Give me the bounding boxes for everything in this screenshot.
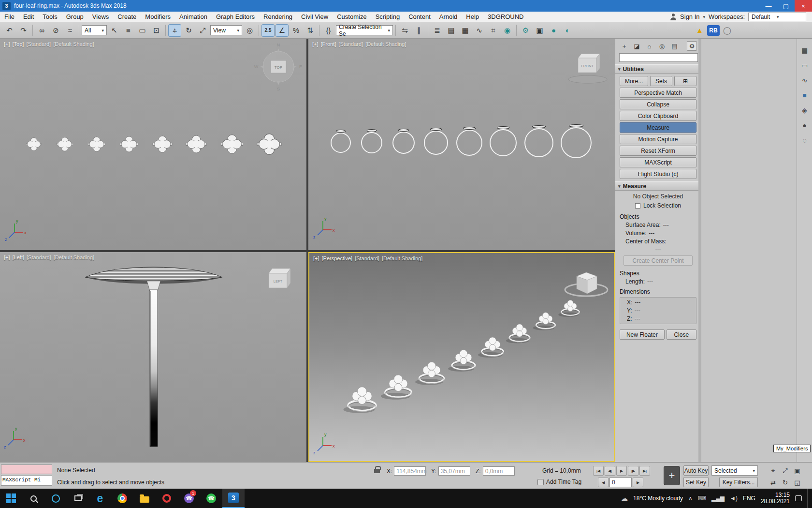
viewport-menu-standard[interactable]: [Standard] [26, 41, 51, 47]
snap-toggle-2.5d-icon[interactable]: 2.5 [261, 24, 275, 37]
utility-button-measure[interactable]: Measure [620, 122, 696, 133]
menu-modifiers[interactable]: Modifiers [141, 12, 175, 22]
menu-customize[interactable]: Customize [333, 12, 371, 22]
auto-key-button[interactable]: Auto Key [683, 465, 709, 476]
start-button[interactable] [0, 489, 22, 508]
whatsapp-button[interactable]: ☎ [200, 489, 222, 508]
menu-content[interactable]: Content [404, 12, 435, 22]
edge-button[interactable]: e [89, 489, 111, 508]
task-view-button[interactable] [67, 489, 89, 508]
menu-scripting[interactable]: Scripting [371, 12, 405, 22]
set-key-button[interactable]: Set Key [683, 477, 709, 487]
viewport-top[interactable]: [+] [Top] [Standard] [Default Shading] [0, 39, 306, 250]
viewport-menu-standard[interactable]: [Standard] [27, 254, 51, 260]
display-tab-icon[interactable]: ▤ [669, 41, 680, 51]
material-editor-icon[interactable]: ◉ [501, 24, 514, 37]
zoom-region-icon[interactable]: ▣ [792, 466, 803, 476]
rendered-frame-window-icon[interactable]: ▣ [533, 24, 546, 37]
select-and-move-icon[interactable]: ↔↕ [168, 24, 181, 37]
next-frame-icon[interactable]: |▶ [628, 466, 638, 476]
viewport-perspective-canvas[interactable]: y x z [309, 253, 614, 461]
viewport-front[interactable]: [+] [Front] [Standard] [Default Shading] [308, 39, 615, 250]
new-floater-button[interactable]: New Floater [620, 329, 665, 340]
utility-button-reset-xform[interactable]: Reset XForm [620, 146, 696, 156]
select-and-rotate-icon[interactable]: ↻ [182, 24, 195, 37]
maximize-viewport-toggle-icon[interactable]: ◱ [792, 478, 803, 487]
hierarchy-tab-icon[interactable]: ⌂ [644, 41, 654, 51]
rb-user-badge[interactable]: RB [707, 25, 720, 36]
viewport-menu-pov[interactable]: [Left] [13, 254, 24, 260]
viewport-menu-shading[interactable]: [Default Shading] [382, 255, 422, 261]
viewport-perspective[interactable]: [+] [Perspective] [Standard] [Default Sh… [308, 252, 615, 462]
x-coordinate-field[interactable]: 114,854mm [394, 466, 426, 476]
cortana-button[interactable] [44, 489, 67, 508]
menu-civil-view[interactable]: Civil View [297, 12, 333, 22]
viewcube-compass[interactable]: N E S W TOP [254, 43, 302, 91]
layout-grid-icon[interactable]: ▦ [800, 45, 810, 55]
selection-lock-toggle-icon[interactable] [374, 469, 380, 473]
angle-snap-toggle-icon[interactable]: ∠ [276, 24, 289, 37]
close-button[interactable]: × [795, 0, 812, 12]
menu-file[interactable]: File [0, 12, 19, 22]
key-forward-icon[interactable]: ▶ [633, 478, 643, 487]
select-by-name-icon[interactable]: ≡ [122, 24, 135, 37]
zoom-icon[interactable]: ⌖ [768, 466, 779, 476]
redo-icon[interactable]: ↷ [17, 24, 30, 37]
utility-button-maxscript[interactable]: MAXScript [620, 157, 696, 167]
viewport-menu-pov[interactable]: [Perspective] [322, 255, 353, 261]
z-coordinate-field[interactable]: 0,0mm [483, 466, 515, 476]
spinner-snap-toggle-icon[interactable]: ⇅ [304, 24, 317, 37]
ring-objects-perspective[interactable] [344, 300, 580, 413]
mirror-icon[interactable]: ⇋ [398, 24, 411, 37]
network-icon[interactable]: ▂▄▆ [711, 495, 725, 502]
viewport-menu-pov[interactable]: [Top] [13, 41, 24, 47]
maximize-button[interactable]: ▢ [777, 0, 795, 12]
viewport-menu-shading[interactable]: [Default Shading] [365, 41, 406, 47]
utility-button-flight-studio[interactable]: Flight Studio (c) [620, 169, 696, 179]
viewport-menu-general[interactable]: [+] [4, 41, 10, 47]
menu-edit[interactable]: Edit [19, 12, 38, 22]
render-iterative-icon[interactable]: ◐ [561, 24, 574, 37]
clock[interactable]: 13:15 28.08.2021 [761, 492, 790, 505]
utility-button-perspective-match[interactable]: Perspective Match [620, 88, 696, 98]
sign-in-caret-icon[interactable]: ▾ [703, 15, 706, 19]
language-indicator[interactable]: ENG [743, 495, 755, 502]
reference-coordinate-dropdown[interactable]: View ▾ [210, 25, 242, 35]
orbit-icon[interactable]: ↻ [780, 478, 791, 487]
selection-set-dropdown[interactable]: Selected ▾ [711, 465, 758, 476]
chrome-button[interactable] [111, 489, 133, 508]
edit-named-selection-sets-icon[interactable]: {} [322, 24, 335, 37]
taskbar-search-button[interactable] [22, 489, 44, 508]
lock-selection-checkbox[interactable] [635, 203, 640, 209]
current-frame-field[interactable]: 0 [609, 478, 632, 487]
utility-button-collapse[interactable]: Collapse [620, 99, 696, 109]
clover-objects-top[interactable] [26, 134, 281, 155]
render-setup-icon[interactable]: ⚙ [519, 24, 532, 37]
close-measure-button[interactable]: Close [667, 329, 696, 340]
zoom-extents-icon[interactable]: ⤢ [780, 466, 791, 476]
show-desktop-button[interactable] [807, 489, 810, 508]
key-filters-button[interactable]: Key Filters... [719, 477, 758, 487]
menu-views[interactable]: Views [88, 12, 113, 22]
keyboard-icon[interactable]: ⌨ [698, 495, 706, 502]
maxscript-mini-listener[interactable]: MAXScript Mi [1, 475, 52, 486]
rectangular-selection-region-icon[interactable]: ▭ [136, 24, 149, 37]
key-back-icon[interactable]: ◀ [598, 478, 609, 487]
viewport-menu-shading[interactable]: [Default Shading] [53, 41, 94, 47]
menu-group[interactable]: Group [62, 12, 88, 22]
helix-shape-icon[interactable]: ◌ [800, 135, 810, 145]
utility-search-input[interactable] [619, 53, 698, 62]
unlink-selection-icon[interactable]: ⊘ [49, 24, 62, 37]
viewport-top-canvas[interactable]: N E S W TOP y x z [0, 39, 306, 250]
scene-explorer-icon[interactable]: ≣ [431, 24, 444, 37]
tray-expand-icon[interactable]: ∧ [688, 495, 693, 502]
viewport-menu-general[interactable]: [+] [313, 255, 319, 261]
menu-tools[interactable]: Tools [38, 12, 61, 22]
file-explorer-button[interactable] [133, 489, 156, 508]
viewport-menu-standard[interactable]: [Standard] [355, 255, 379, 261]
menu-create[interactable]: Create [113, 12, 141, 22]
pan-icon[interactable]: ⇄ [768, 478, 779, 487]
viewport-menu-pov[interactable]: [Front] [321, 41, 336, 47]
utility-button-color-clipboard[interactable]: Color Clipboard [620, 111, 696, 121]
previous-frame-icon[interactable]: ◀| [605, 466, 615, 476]
